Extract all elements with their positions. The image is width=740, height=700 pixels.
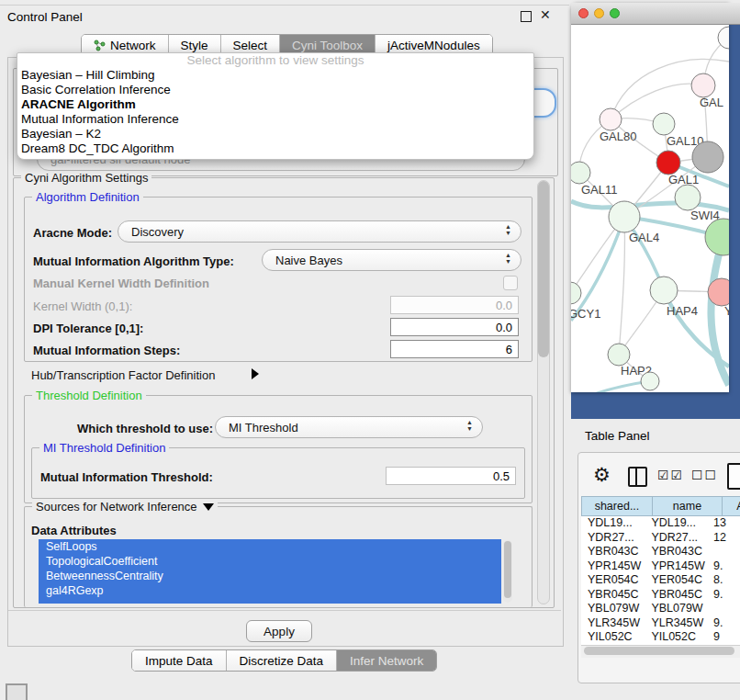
dpi-tolerance-input[interactable] (390, 318, 519, 336)
mi-type-label: Mutual Information Algorithm Type: (33, 254, 234, 268)
network-node-label: GAL11 (581, 183, 618, 197)
mi-type-combo[interactable]: Naive Bayes ▲▼ (262, 249, 521, 271)
network-node-label: GAL1 (668, 173, 699, 186)
tab-impute-data[interactable]: Impute Data (132, 650, 227, 671)
aracne-mode-combo[interactable]: Discovery ▲▼ (118, 220, 521, 243)
table-row[interactable]: YDR27...YDR27...12 (581, 531, 740, 546)
algorithm-option[interactable]: Dream8 DC_TDC Algorithm (17, 141, 533, 156)
select-all-checkboxes-icon[interactable]: ☑☑ (657, 468, 684, 482)
table-cell: YBL079W (581, 602, 645, 616)
network-edge[interactable] (619, 217, 624, 355)
zoom-traffic-light-icon[interactable] (610, 8, 620, 18)
table-cell: YLR345W (581, 616, 645, 631)
column-header-name[interactable]: name (653, 496, 723, 516)
collapse-arrow-icon[interactable] (203, 503, 214, 511)
minimized-panel-icon[interactable] (6, 683, 28, 700)
network-node[interactable] (653, 113, 675, 135)
algorithm-option[interactable]: Mutual Information Inference (17, 112, 533, 127)
apply-button[interactable]: Apply (246, 620, 312, 642)
gear-icon[interactable]: ⚙ (593, 464, 611, 486)
tab-label: Network (110, 39, 156, 52)
table-row[interactable]: YIL052CYIL052C9 (581, 630, 740, 645)
network-canvas[interactable]: GALGAL80GAL10GAL1SWI4GAL11GAL4GCY1HAP4YH… (571, 25, 729, 392)
algorithm-option[interactable]: ARACNE Algorithm (17, 97, 533, 112)
table-row[interactable]: YER054CYER054C8. (581, 573, 740, 588)
algorithm-placeholder: Select algorithm to view settings (17, 53, 533, 68)
table-panel-title: Table Panel (585, 429, 650, 443)
mi-threshold-label: Mutual Information Threshold: (40, 470, 213, 484)
mi-threshold-group-title: MI Threshold Definition (39, 441, 169, 455)
network-node[interactable] (650, 277, 678, 304)
network-edge[interactable] (611, 84, 703, 119)
table-cell: YBR045C (645, 588, 707, 603)
columns-icon[interactable] (628, 467, 647, 487)
tab-discretize-data[interactable]: Discretize Data (227, 650, 338, 671)
kernel-width-input[interactable] (390, 296, 519, 314)
expand-arrow-icon[interactable] (252, 368, 259, 379)
table-cell: YDR27... (581, 531, 645, 546)
network-node[interactable] (675, 185, 701, 210)
table-row[interactable]: YBR043CYBR043C (581, 545, 740, 559)
table-row[interactable]: YDL19...YDL19...13 (581, 516, 740, 531)
document-icon[interactable] (727, 463, 740, 490)
deselect-all-checkboxes-icon[interactable]: ☐☐ (691, 468, 718, 482)
network-node[interactable] (608, 344, 630, 366)
table-cell: 13 (707, 516, 740, 531)
table-cell: YIL052C (581, 630, 645, 645)
tab-infer-network[interactable]: Infer Network (337, 650, 436, 671)
network-node[interactable] (691, 73, 715, 97)
attributes-scrollbar-thumb[interactable] (504, 541, 511, 598)
network-node[interactable] (571, 162, 590, 184)
network-node[interactable] (705, 219, 729, 255)
settings-scrollbar-thumb[interactable] (538, 181, 549, 357)
column-header-partial[interactable]: A (723, 496, 740, 516)
manual-kernel-label: Manual Kernel Width Definition (33, 277, 209, 290)
control-panel: Control Panel ✕ Network Style Select Cyn… (0, 0, 569, 700)
data-attribute-item[interactable]: BetweennessCentrality (39, 569, 501, 583)
table-cell: YBR045C (581, 588, 645, 603)
table-row[interactable]: YBR045CYBR045C9. (581, 588, 740, 603)
algorithm-option[interactable]: Basic Correlation Inference (17, 83, 533, 97)
network-icon (94, 40, 106, 51)
manual-kernel-checkbox[interactable] (503, 276, 518, 290)
float-window-icon[interactable] (521, 11, 532, 22)
network-node[interactable] (609, 201, 640, 232)
table-cell: YDL19... (645, 516, 707, 531)
aracne-mode-label: Aracne Mode: (33, 226, 112, 240)
stepper-arrows-icon: ▲▼ (466, 419, 473, 432)
network-edge[interactable] (571, 381, 650, 392)
table-cell: 9 (707, 630, 740, 645)
network-edge[interactable] (571, 217, 624, 321)
network-node[interactable] (571, 282, 581, 304)
bottom-tabbar: Impute Data Discretize Data Infer Networ… (131, 649, 437, 672)
table-row[interactable]: YPR145WYPR145W9. (581, 559, 740, 574)
close-icon[interactable]: ✕ (540, 7, 551, 22)
network-node[interactable] (600, 108, 622, 130)
mi-threshold-input[interactable] (386, 467, 516, 485)
algorithm-option[interactable]: Bayesian – Hill Climbing (17, 68, 533, 83)
table-row[interactable]: YLR345WYLR345W9. (581, 616, 740, 631)
dpi-tolerance-label: DPI Tolerance [0,1]: (33, 322, 143, 335)
network-node-label: GAL4 (629, 231, 659, 244)
mi-steps-input[interactable] (390, 340, 519, 358)
which-threshold-combo[interactable]: MI Threshold ▲▼ (215, 416, 483, 438)
network-node[interactable] (641, 372, 659, 390)
network-window-titlebar[interactable] (571, 3, 729, 25)
table-cell: 9. (707, 559, 740, 574)
data-attribute-item[interactable]: gal4RGexp (39, 583, 501, 598)
network-node[interactable] (692, 141, 723, 173)
table-cell: 9. (707, 616, 740, 631)
table-row[interactable]: YBL079WYBL079W (581, 602, 740, 616)
network-graph: GALGAL80GAL10GAL1SWI4GAL11GAL4GCY1HAP4YH… (571, 25, 729, 392)
column-header-shared[interactable]: shared... (581, 496, 653, 516)
data-attribute-item[interactable]: SelfLoops (39, 539, 501, 554)
aracne-mode-value: Discovery (131, 225, 184, 239)
algorithm-option[interactable]: Bayesian – K2 (17, 127, 533, 141)
data-attributes-list[interactable]: SelfLoopsTopologicalCoefficientBetweenne… (39, 539, 501, 604)
minimize-traffic-light-icon[interactable] (594, 8, 604, 18)
table-cell: 9. (707, 588, 740, 603)
table-hscrollbar-thumb[interactable] (584, 647, 734, 655)
close-traffic-light-icon[interactable] (578, 8, 589, 18)
network-node[interactable] (656, 151, 680, 175)
data-attribute-item[interactable]: TopologicalCoefficient (39, 554, 501, 569)
